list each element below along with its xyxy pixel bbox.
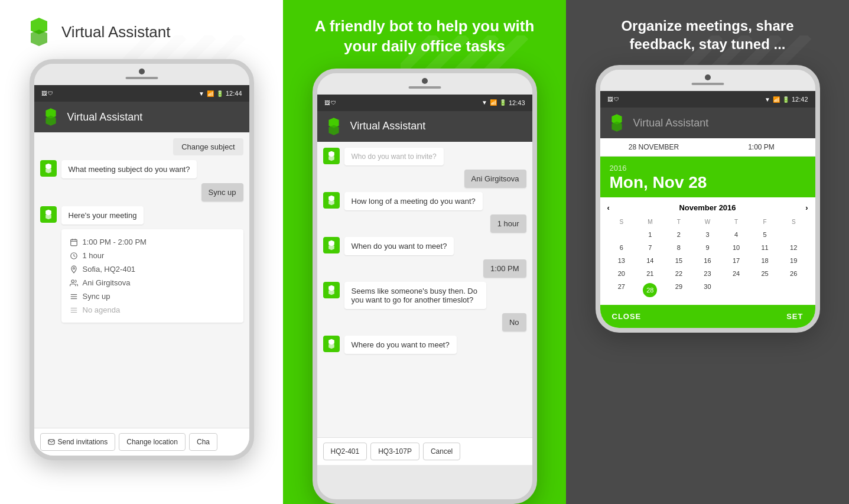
- logo-text: Virtual Assistant: [61, 23, 171, 41]
- phone-screen-3: 28 NOVEMBER 1:00 PM 2016 Mon, Nov 28 ‹ N…: [600, 138, 815, 328]
- toolbar-title-3: Virtual Assistant: [633, 117, 709, 129]
- bot-avatar-p2-3: [323, 237, 340, 253]
- change-subject-btn[interactable]: Change subject: [173, 138, 243, 155]
- chat-row-1pm: 1:00 PM: [323, 259, 526, 278]
- calendar-top-info: 28 NOVEMBER 1:00 PM: [600, 138, 815, 157]
- status-bar-3: 🖼 🛡 ▼📶🔋 12:42: [600, 91, 815, 108]
- svg-marker-1: [31, 30, 47, 46]
- svg-marker-32: [328, 343, 334, 349]
- today-cell[interactable]: 28: [643, 283, 657, 297]
- phone-speaker-1: [125, 77, 158, 79]
- calendar-icon: [70, 238, 78, 246]
- phone-screen-1: Change subject What meeting subject do y…: [34, 132, 249, 456]
- hq2-btn[interactable]: HQ2-401: [323, 443, 367, 460]
- cal-week-3: 13 14 15 16 17 18 19: [607, 254, 808, 267]
- cancel-btn[interactable]: Cancel: [423, 443, 460, 460]
- cal-month-year: November 2016: [679, 203, 736, 212]
- svg-point-14: [71, 279, 74, 282]
- toolbar-logo-1: [41, 108, 60, 126]
- panel2-header: A friendly bot to help you with your dai…: [283, 0, 566, 69]
- bot-avatar-p2-2: [323, 192, 340, 209]
- meeting-attendee-row: Ani Girgitsova: [70, 276, 235, 290]
- panel-dark: Organize meetings, share feedback, stay …: [566, 0, 849, 504]
- phone-screen-2: Who do you want to invite? Ani Girgitsov…: [317, 142, 532, 465]
- svg-marker-30: [328, 289, 334, 295]
- svg-rect-8: [70, 239, 77, 246]
- change-location-btn[interactable]: Change location: [119, 433, 186, 451]
- chat-row-1hour: 1 hour: [323, 214, 526, 233]
- panel-green: A friendly bot to help you with your dai…: [283, 0, 566, 504]
- cal-week-4: 20 21 22 23 24 25 26: [607, 267, 808, 280]
- cal-week-2: 6 7 8 9 10 11 12: [607, 241, 808, 254]
- bot-avatar-2: [40, 206, 57, 223]
- menu-icon: [70, 292, 78, 301]
- cal-close-btn[interactable]: CLOSE: [612, 312, 642, 321]
- chat-bubble-ani: Ani Girgitsova: [464, 170, 526, 188]
- chat-bubble-when: When do you want to meet?: [344, 237, 454, 255]
- meeting-location-row: Sofia, HQ2-401: [70, 262, 235, 276]
- toolbar-logo-2: [324, 117, 343, 136]
- cal-header-row: S M T W T F S: [607, 216, 808, 228]
- calendar-nav: ‹ November 2016 ›: [600, 197, 815, 216]
- logo-area: Virtual Assistant: [0, 0, 283, 59]
- bot-avatar-p2-1: [323, 148, 340, 164]
- bot-avatar-p2-5: [323, 336, 340, 352]
- phone-camera-1: [139, 69, 145, 74]
- chat-row-who: Who do you want to invite?: [323, 148, 526, 165]
- chat-bubble-busy: Seems like someone's busy then. Do you w…: [344, 282, 486, 309]
- panel3-header: Organize meetings, share feedback, stay …: [566, 0, 849, 65]
- svg-marker-34: [611, 122, 622, 132]
- calendar-date-big: Mon, Nov 28: [610, 173, 806, 193]
- toolbar-logo-3: [607, 113, 626, 132]
- action-bar-1: Send invitations Change location Cha: [34, 428, 249, 456]
- app-toolbar-1: Virtual Assistant: [34, 102, 249, 132]
- chat-bubble-who: Who do you want to invite?: [344, 148, 444, 165]
- phone-speaker-2: [408, 86, 441, 89]
- calendar-year: 2016: [610, 164, 806, 173]
- status-bar-1: 🖼 🛡 ▼📶🔋 12:44: [34, 85, 249, 102]
- meeting-card: 1:00 PM - 2:00 PM 1 hour: [61, 229, 243, 323]
- calendar-grid: S M T W T F S 1 2 3: [600, 216, 815, 305]
- chat-bubble-sync: Sync up: [201, 183, 243, 201]
- calendar-footer: CLOSE SET: [600, 305, 815, 328]
- app-toolbar-3: Virtual Assistant: [600, 108, 815, 138]
- location-icon: [70, 265, 78, 274]
- bot-avatar-p2-4: [323, 282, 340, 298]
- chat-row-howlong: How long of a meeting do you want?: [323, 192, 526, 210]
- toolbar-title-2: Virtual Assistant: [350, 120, 426, 132]
- chat-row-1: What meeting subject do you want?: [40, 160, 243, 178]
- action-bar-2: HQ2-401 HQ3-107P Cancel: [317, 437, 532, 465]
- phone-mockup-2: 🖼 🛡 ▼📶🔋 12:43 Virtual Assistant: [283, 69, 566, 504]
- chat-bubble-1hour: 1 hour: [490, 214, 526, 233]
- chat-row-ani: Ani Girgitsova: [323, 170, 526, 188]
- calendar-body: ‹ November 2016 › S M T W T F S: [600, 197, 815, 305]
- svg-point-13: [73, 267, 74, 269]
- svg-marker-22: [328, 125, 339, 135]
- clock-icon: [70, 252, 78, 260]
- svg-marker-7: [45, 214, 51, 220]
- chat-bubble-howlong: How long of a meeting do you want?: [344, 192, 483, 210]
- app-logo-icon: [24, 17, 54, 47]
- list-icon: [70, 306, 78, 314]
- chat-row-meeting: Here's your meeting: [40, 206, 243, 225]
- chat-row-where: Where do you want to meet?: [323, 336, 526, 354]
- send-invitations-btn[interactable]: Send invitations: [40, 433, 116, 451]
- chat-row-busy: Seems like someone's busy then. Do you w…: [323, 282, 526, 309]
- meeting-calendar-row: Sync up: [70, 290, 235, 303]
- svg-marker-5: [45, 168, 51, 174]
- hq3-btn[interactable]: HQ3-107P: [370, 443, 419, 460]
- cal-set-btn[interactable]: SET: [786, 312, 803, 321]
- chat-bubble-1pm: 1:00 PM: [483, 259, 526, 278]
- cal-prev-btn[interactable]: ‹: [607, 203, 610, 212]
- phone-camera-3: [705, 74, 711, 80]
- phone-camera-2: [422, 78, 428, 84]
- chat-row-when: When do you want to meet?: [323, 237, 526, 255]
- meeting-duration-row: 1 hour: [70, 249, 235, 262]
- chat-bubble-where: Where do you want to meet?: [344, 336, 457, 354]
- cal-date-label: 28 NOVEMBER: [600, 143, 708, 151]
- cal-next-btn[interactable]: ›: [805, 203, 808, 212]
- chat-row-no: No: [323, 313, 526, 331]
- bot-avatar-1: [40, 160, 57, 177]
- svg-marker-28: [328, 244, 334, 250]
- cha-btn[interactable]: Cha: [189, 433, 217, 451]
